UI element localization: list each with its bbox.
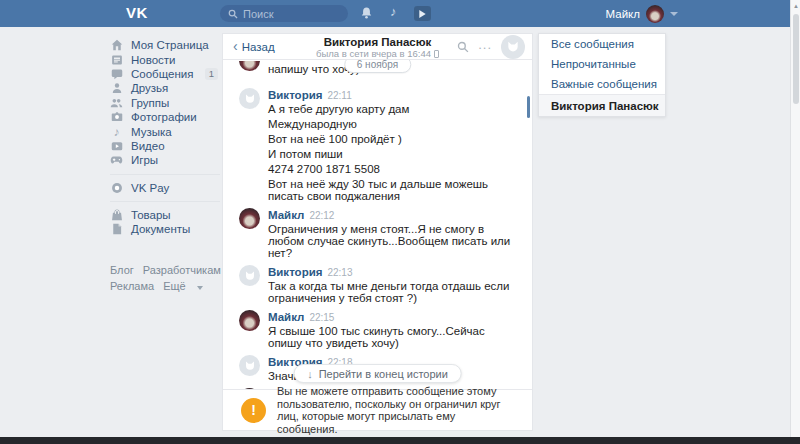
message-time: 22:13 bbox=[327, 267, 352, 278]
sidebar-item-video[interactable]: Видео bbox=[110, 139, 220, 153]
sidebar-item-groups[interactable]: Группы bbox=[110, 96, 220, 110]
footer-link-blog[interactable]: Блог bbox=[110, 264, 134, 276]
user-name: Майкл bbox=[606, 8, 640, 20]
sidebar-item-docs[interactable]: Документы bbox=[110, 222, 220, 236]
footer-link-ads[interactable]: Реклама bbox=[110, 280, 154, 292]
profile-icon bbox=[110, 39, 123, 52]
menu-item-important[interactable]: Важные сообщения bbox=[539, 74, 665, 94]
left-sidebar: Моя Страница Новости Сообщения 1 Друзья … bbox=[110, 38, 220, 237]
sidebar-item-messages[interactable]: Сообщения 1 bbox=[110, 67, 220, 81]
chevron-left-icon: ‹ bbox=[233, 41, 238, 52]
photos-icon bbox=[110, 111, 123, 124]
sidebar-item-friends[interactable]: Друзья bbox=[110, 81, 220, 95]
send-restriction-warning: ! Вы не можете отправить сообщение этому… bbox=[223, 389, 532, 430]
message-group: Виктория22:13 Так а когда ты мне деньги … bbox=[239, 265, 518, 304]
sender-name[interactable]: Виктория bbox=[268, 266, 322, 278]
user-menu[interactable]: Майкл bbox=[606, 0, 678, 27]
back-button[interactable]: ‹ Назад bbox=[233, 41, 275, 53]
dog-placeholder-icon bbox=[506, 40, 520, 54]
dog-placeholder-icon bbox=[244, 270, 256, 282]
messages-icon bbox=[110, 67, 123, 80]
sidebar-item-games[interactable]: Игры bbox=[110, 153, 220, 167]
market-bag-icon bbox=[110, 209, 123, 222]
scroll-to-end-button[interactable]: ↓ Перейти в конец истории bbox=[293, 364, 462, 383]
sender-name[interactable]: Виктория bbox=[268, 89, 322, 101]
arrow-down-icon: ↓ bbox=[307, 368, 313, 380]
chevron-down-icon bbox=[670, 12, 678, 16]
avatar[interactable] bbox=[239, 355, 260, 376]
dog-placeholder-icon bbox=[244, 360, 256, 372]
messages-counter-badge: 1 bbox=[205, 68, 218, 80]
chevron-down-icon bbox=[197, 286, 203, 290]
sidebar-divider bbox=[110, 201, 220, 202]
mobile-icon bbox=[434, 50, 439, 58]
search-input[interactable] bbox=[243, 8, 333, 20]
chat-history: напишу что хочу) Виктория22:11 А я тебе … bbox=[223, 61, 532, 389]
messages-filter-menu: Все сообщения Непрочитанные Важные сообщ… bbox=[538, 33, 666, 117]
message-group: Майкл22:12 Ограничения у меня стоят...Я … bbox=[239, 208, 518, 259]
dog-placeholder-icon bbox=[244, 93, 256, 105]
sidebar-item-photos[interactable]: Фотографии bbox=[110, 110, 220, 124]
avatar bbox=[239, 61, 260, 71]
vk-logo[interactable]: VK bbox=[126, 4, 148, 21]
message-text: Я свыше 100 тыс скинуть смогу...Сейчас о… bbox=[268, 325, 518, 349]
chat-panel: ‹ Назад Виктория Панасюк была в сети вче… bbox=[222, 33, 533, 431]
footer-link-more[interactable]: Ещё bbox=[163, 280, 186, 292]
message-group: Виктория22:11 А я тебе другую карту дам … bbox=[239, 88, 518, 202]
bottom-taskbar-strip bbox=[0, 437, 800, 444]
music-icon: ♪ bbox=[110, 125, 123, 138]
sender-name[interactable]: Майкл bbox=[268, 311, 304, 323]
user-avatar bbox=[646, 5, 664, 23]
chat-header-actions: ... bbox=[457, 35, 525, 59]
sender-name[interactable]: Майкл bbox=[268, 209, 304, 221]
vkpay-icon bbox=[110, 181, 123, 194]
menu-item-all-messages[interactable]: Все сообщения bbox=[539, 34, 665, 54]
message-time: 22:15 bbox=[309, 312, 334, 323]
message-text: А я тебе другую карту дам bbox=[268, 103, 518, 115]
page-scrollbar-thumb[interactable] bbox=[793, 14, 799, 104]
page-scrollbar[interactable]: ▲ bbox=[790, 0, 800, 437]
chat-scrollbar-thumb[interactable] bbox=[527, 96, 530, 118]
avatar[interactable] bbox=[239, 265, 260, 286]
document-icon bbox=[110, 223, 123, 236]
warning-icon: ! bbox=[241, 398, 266, 423]
avatar[interactable] bbox=[239, 208, 260, 229]
search-icon bbox=[228, 9, 238, 19]
groups-icon bbox=[110, 96, 123, 109]
sidebar-item-news[interactable]: Новости bbox=[110, 52, 220, 66]
chat-header: ‹ Назад Виктория Панасюк была в сети вче… bbox=[223, 34, 532, 60]
games-icon bbox=[110, 154, 123, 167]
more-options-icon[interactable]: ... bbox=[478, 40, 492, 54]
message-time: 22:12 bbox=[309, 210, 334, 221]
message-group: Майкл22:15 Я свыше 100 тыс скинуть смогу… bbox=[239, 310, 518, 349]
scroll-up-arrow-icon[interactable]: ▲ bbox=[793, 3, 799, 9]
message-text: Так а когда ты мне деньги тогда отдашь е… bbox=[268, 280, 518, 304]
dialog-avatar[interactable] bbox=[501, 35, 525, 59]
footer-links: БлогРазработчикам РекламаЕщё bbox=[110, 262, 240, 294]
notifications-bell-icon[interactable] bbox=[360, 6, 373, 24]
menu-item-active-dialog[interactable]: Виктория Панасюк bbox=[539, 95, 665, 116]
music-note-icon[interactable]: ♪ bbox=[390, 4, 397, 19]
vk-app: VK ♪ Майкл ▲ Моя Страница Новости bbox=[0, 0, 800, 444]
message-time: 22:11 bbox=[327, 90, 351, 101]
message-text: 4274 2700 1871 5508 bbox=[268, 163, 518, 175]
sidebar-item-market[interactable]: Товары bbox=[110, 208, 220, 222]
top-bar: VK ♪ Майкл bbox=[0, 0, 790, 27]
news-icon bbox=[110, 53, 123, 66]
avatar[interactable] bbox=[239, 88, 260, 109]
menu-item-unread[interactable]: Непрочитанные bbox=[539, 54, 665, 74]
message-text: Вот на неё жду 30 тыс и дальше можешь пи… bbox=[268, 178, 518, 202]
avatar[interactable] bbox=[239, 310, 260, 331]
sidebar-divider bbox=[110, 174, 220, 175]
video-app-icon[interactable] bbox=[414, 6, 431, 21]
search-box[interactable] bbox=[220, 5, 348, 22]
video-icon bbox=[110, 139, 123, 152]
sidebar-item-music[interactable]: ♪ Музыка bbox=[110, 124, 220, 138]
sidebar-item-my-page[interactable]: Моя Страница bbox=[110, 38, 220, 52]
sidebar-item-vk-pay[interactable]: VK Pay bbox=[110, 181, 220, 195]
message-text: Ограничения у меня стоят...Я не смогу в … bbox=[268, 223, 518, 259]
footer-link-developers[interactable]: Разработчикам bbox=[143, 264, 221, 276]
message-text: И потом пиши bbox=[268, 148, 518, 160]
message-text: Вот на неё 100 пройдёт ) bbox=[268, 133, 518, 145]
chat-search-icon[interactable] bbox=[457, 41, 469, 53]
